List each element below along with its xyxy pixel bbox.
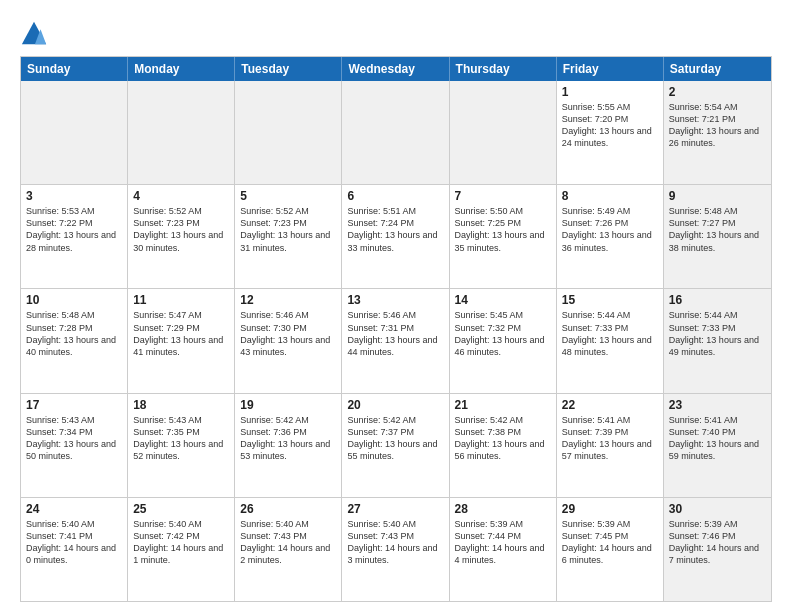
day-number: 9 bbox=[669, 189, 766, 203]
empty-cell bbox=[450, 81, 557, 184]
header-day-saturday: Saturday bbox=[664, 57, 771, 81]
day-cell-22: 22Sunrise: 5:41 AM Sunset: 7:39 PM Dayli… bbox=[557, 394, 664, 497]
day-info: Sunrise: 5:52 AM Sunset: 7:23 PM Dayligh… bbox=[133, 205, 229, 254]
day-cell-29: 29Sunrise: 5:39 AM Sunset: 7:45 PM Dayli… bbox=[557, 498, 664, 601]
day-number: 28 bbox=[455, 502, 551, 516]
header-day-monday: Monday bbox=[128, 57, 235, 81]
day-cell-15: 15Sunrise: 5:44 AM Sunset: 7:33 PM Dayli… bbox=[557, 289, 664, 392]
header-day-tuesday: Tuesday bbox=[235, 57, 342, 81]
day-number: 23 bbox=[669, 398, 766, 412]
day-info: Sunrise: 5:42 AM Sunset: 7:36 PM Dayligh… bbox=[240, 414, 336, 463]
day-info: Sunrise: 5:50 AM Sunset: 7:25 PM Dayligh… bbox=[455, 205, 551, 254]
day-info: Sunrise: 5:48 AM Sunset: 7:28 PM Dayligh… bbox=[26, 309, 122, 358]
day-cell-24: 24Sunrise: 5:40 AM Sunset: 7:41 PM Dayli… bbox=[21, 498, 128, 601]
calendar-body: 1Sunrise: 5:55 AM Sunset: 7:20 PM Daylig… bbox=[21, 81, 771, 601]
day-cell-25: 25Sunrise: 5:40 AM Sunset: 7:42 PM Dayli… bbox=[128, 498, 235, 601]
day-info: Sunrise: 5:55 AM Sunset: 7:20 PM Dayligh… bbox=[562, 101, 658, 150]
day-number: 20 bbox=[347, 398, 443, 412]
day-number: 7 bbox=[455, 189, 551, 203]
day-number: 4 bbox=[133, 189, 229, 203]
day-cell-20: 20Sunrise: 5:42 AM Sunset: 7:37 PM Dayli… bbox=[342, 394, 449, 497]
day-info: Sunrise: 5:40 AM Sunset: 7:41 PM Dayligh… bbox=[26, 518, 122, 567]
header bbox=[20, 16, 772, 48]
day-cell-1: 1Sunrise: 5:55 AM Sunset: 7:20 PM Daylig… bbox=[557, 81, 664, 184]
day-cell-28: 28Sunrise: 5:39 AM Sunset: 7:44 PM Dayli… bbox=[450, 498, 557, 601]
day-number: 3 bbox=[26, 189, 122, 203]
day-info: Sunrise: 5:39 AM Sunset: 7:46 PM Dayligh… bbox=[669, 518, 766, 567]
day-number: 26 bbox=[240, 502, 336, 516]
day-info: Sunrise: 5:52 AM Sunset: 7:23 PM Dayligh… bbox=[240, 205, 336, 254]
day-cell-3: 3Sunrise: 5:53 AM Sunset: 7:22 PM Daylig… bbox=[21, 185, 128, 288]
day-cell-27: 27Sunrise: 5:40 AM Sunset: 7:43 PM Dayli… bbox=[342, 498, 449, 601]
logo-icon bbox=[20, 20, 48, 48]
day-info: Sunrise: 5:46 AM Sunset: 7:31 PM Dayligh… bbox=[347, 309, 443, 358]
day-number: 2 bbox=[669, 85, 766, 99]
day-info: Sunrise: 5:54 AM Sunset: 7:21 PM Dayligh… bbox=[669, 101, 766, 150]
day-number: 22 bbox=[562, 398, 658, 412]
empty-cell bbox=[128, 81, 235, 184]
day-info: Sunrise: 5:45 AM Sunset: 7:32 PM Dayligh… bbox=[455, 309, 551, 358]
day-number: 21 bbox=[455, 398, 551, 412]
logo bbox=[20, 20, 52, 48]
day-number: 1 bbox=[562, 85, 658, 99]
day-cell-8: 8Sunrise: 5:49 AM Sunset: 7:26 PM Daylig… bbox=[557, 185, 664, 288]
header-day-sunday: Sunday bbox=[21, 57, 128, 81]
day-number: 14 bbox=[455, 293, 551, 307]
day-info: Sunrise: 5:39 AM Sunset: 7:44 PM Dayligh… bbox=[455, 518, 551, 567]
day-number: 13 bbox=[347, 293, 443, 307]
empty-cell bbox=[342, 81, 449, 184]
day-info: Sunrise: 5:53 AM Sunset: 7:22 PM Dayligh… bbox=[26, 205, 122, 254]
empty-cell bbox=[235, 81, 342, 184]
day-cell-11: 11Sunrise: 5:47 AM Sunset: 7:29 PM Dayli… bbox=[128, 289, 235, 392]
day-cell-18: 18Sunrise: 5:43 AM Sunset: 7:35 PM Dayli… bbox=[128, 394, 235, 497]
day-cell-13: 13Sunrise: 5:46 AM Sunset: 7:31 PM Dayli… bbox=[342, 289, 449, 392]
day-number: 18 bbox=[133, 398, 229, 412]
day-cell-12: 12Sunrise: 5:46 AM Sunset: 7:30 PM Dayli… bbox=[235, 289, 342, 392]
day-number: 6 bbox=[347, 189, 443, 203]
day-info: Sunrise: 5:49 AM Sunset: 7:26 PM Dayligh… bbox=[562, 205, 658, 254]
day-info: Sunrise: 5:43 AM Sunset: 7:35 PM Dayligh… bbox=[133, 414, 229, 463]
page: SundayMondayTuesdayWednesdayThursdayFrid… bbox=[0, 0, 792, 612]
day-info: Sunrise: 5:42 AM Sunset: 7:37 PM Dayligh… bbox=[347, 414, 443, 463]
day-cell-7: 7Sunrise: 5:50 AM Sunset: 7:25 PM Daylig… bbox=[450, 185, 557, 288]
day-number: 29 bbox=[562, 502, 658, 516]
day-cell-30: 30Sunrise: 5:39 AM Sunset: 7:46 PM Dayli… bbox=[664, 498, 771, 601]
day-cell-23: 23Sunrise: 5:41 AM Sunset: 7:40 PM Dayli… bbox=[664, 394, 771, 497]
calendar-row-2: 3Sunrise: 5:53 AM Sunset: 7:22 PM Daylig… bbox=[21, 184, 771, 288]
day-number: 24 bbox=[26, 502, 122, 516]
day-cell-9: 9Sunrise: 5:48 AM Sunset: 7:27 PM Daylig… bbox=[664, 185, 771, 288]
day-cell-10: 10Sunrise: 5:48 AM Sunset: 7:28 PM Dayli… bbox=[21, 289, 128, 392]
day-cell-2: 2Sunrise: 5:54 AM Sunset: 7:21 PM Daylig… bbox=[664, 81, 771, 184]
day-number: 15 bbox=[562, 293, 658, 307]
day-info: Sunrise: 5:40 AM Sunset: 7:43 PM Dayligh… bbox=[240, 518, 336, 567]
day-cell-6: 6Sunrise: 5:51 AM Sunset: 7:24 PM Daylig… bbox=[342, 185, 449, 288]
day-info: Sunrise: 5:41 AM Sunset: 7:40 PM Dayligh… bbox=[669, 414, 766, 463]
day-number: 11 bbox=[133, 293, 229, 307]
header-day-wednesday: Wednesday bbox=[342, 57, 449, 81]
header-day-friday: Friday bbox=[557, 57, 664, 81]
day-number: 25 bbox=[133, 502, 229, 516]
day-info: Sunrise: 5:42 AM Sunset: 7:38 PM Dayligh… bbox=[455, 414, 551, 463]
day-info: Sunrise: 5:44 AM Sunset: 7:33 PM Dayligh… bbox=[669, 309, 766, 358]
day-number: 10 bbox=[26, 293, 122, 307]
day-number: 19 bbox=[240, 398, 336, 412]
day-cell-4: 4Sunrise: 5:52 AM Sunset: 7:23 PM Daylig… bbox=[128, 185, 235, 288]
day-number: 17 bbox=[26, 398, 122, 412]
empty-cell bbox=[21, 81, 128, 184]
header-day-thursday: Thursday bbox=[450, 57, 557, 81]
day-info: Sunrise: 5:40 AM Sunset: 7:43 PM Dayligh… bbox=[347, 518, 443, 567]
day-number: 12 bbox=[240, 293, 336, 307]
day-info: Sunrise: 5:40 AM Sunset: 7:42 PM Dayligh… bbox=[133, 518, 229, 567]
calendar-row-5: 24Sunrise: 5:40 AM Sunset: 7:41 PM Dayli… bbox=[21, 497, 771, 601]
day-number: 8 bbox=[562, 189, 658, 203]
day-cell-21: 21Sunrise: 5:42 AM Sunset: 7:38 PM Dayli… bbox=[450, 394, 557, 497]
calendar: SundayMondayTuesdayWednesdayThursdayFrid… bbox=[20, 56, 772, 602]
day-cell-26: 26Sunrise: 5:40 AM Sunset: 7:43 PM Dayli… bbox=[235, 498, 342, 601]
day-cell-17: 17Sunrise: 5:43 AM Sunset: 7:34 PM Dayli… bbox=[21, 394, 128, 497]
day-info: Sunrise: 5:48 AM Sunset: 7:27 PM Dayligh… bbox=[669, 205, 766, 254]
day-info: Sunrise: 5:43 AM Sunset: 7:34 PM Dayligh… bbox=[26, 414, 122, 463]
day-number: 30 bbox=[669, 502, 766, 516]
day-info: Sunrise: 5:46 AM Sunset: 7:30 PM Dayligh… bbox=[240, 309, 336, 358]
day-number: 16 bbox=[669, 293, 766, 307]
day-info: Sunrise: 5:51 AM Sunset: 7:24 PM Dayligh… bbox=[347, 205, 443, 254]
